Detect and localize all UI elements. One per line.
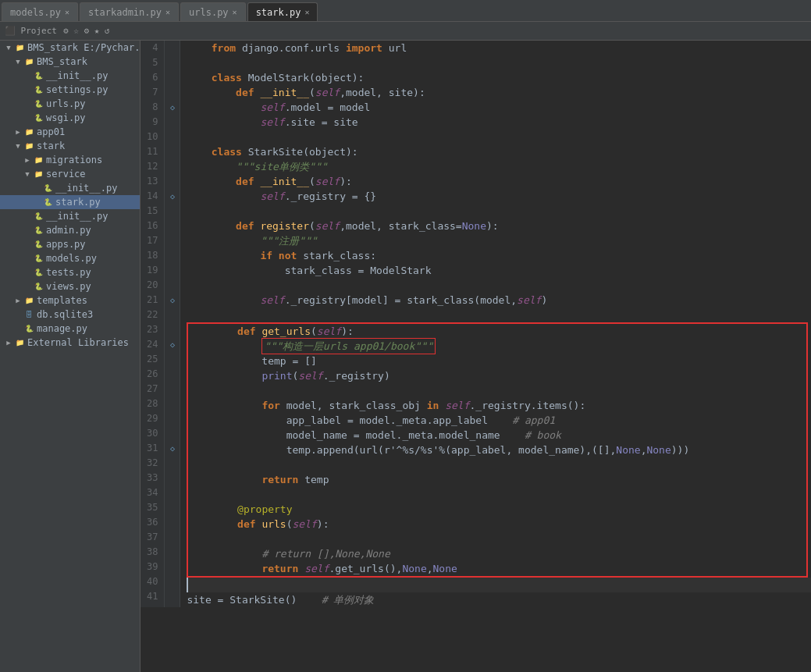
sidebar-item-init-service[interactable]: 🐍 __init__.py — [0, 181, 140, 195]
py-file-icon: 🐍 — [33, 281, 44, 292]
spacer — [22, 98, 33, 109]
code-line-26: print(self._registry) — [188, 368, 806, 383]
line-num-29: 29 — [147, 411, 158, 426]
sidebar-item-views[interactable]: 🐍 views.py — [0, 279, 140, 293]
sidebar-item-init-bms[interactable]: 🐍 __init__.py — [0, 69, 140, 83]
sidebar-label: stark — [37, 140, 65, 151]
gutter-28 — [165, 396, 180, 411]
spacer — [31, 197, 42, 208]
code-line-8: self.model = model — [187, 100, 811, 115]
gutter-6 — [165, 70, 180, 85]
sidebar-label: External Libraries — [27, 337, 129, 348]
sidebar-item-init-stark[interactable]: 🐍 __init__.py — [0, 209, 140, 223]
line-num-26: 26 — [147, 367, 158, 382]
code-line-30: model_name = model._meta.model_name # bo… — [188, 428, 806, 443]
py-file-icon: 🐍 — [42, 183, 53, 194]
sidebar-item-app01[interactable]: ▶ 📁 app01 — [0, 125, 140, 139]
line-num-28: 28 — [147, 396, 158, 411]
sidebar-item-wsgi[interactable]: 🐍 wsgi.py — [0, 111, 140, 125]
sidebar-label: urls.py — [46, 98, 86, 109]
py-file-icon: 🐍 — [33, 225, 44, 236]
tab-label: models.py — [10, 7, 61, 18]
tab-close-stark[interactable]: ✕ — [304, 8, 309, 16]
sidebar-item-external-libs[interactable]: ▶ 📁 External Libraries — [0, 336, 140, 350]
sidebar-label: views.py — [46, 281, 91, 292]
sidebar-item-stark-py[interactable]: 🐍 stark.py — [0, 195, 140, 209]
sidebar-label: BMS_stark E:/Pychar... — [27, 42, 141, 53]
code-line-38: # return [],None,None — [188, 546, 806, 561]
line-num-32: 32 — [147, 456, 158, 471]
line-num-12: 12 — [147, 159, 158, 174]
sidebar-item-models[interactable]: 🐍 models.py — [0, 251, 140, 265]
sidebar-item-apps[interactable]: 🐍 apps.py — [0, 237, 140, 251]
gutter-10 — [165, 130, 180, 144]
spacer — [22, 239, 33, 250]
sidebar-item-bms-stark[interactable]: ▼ 📁 BMS_stark — [0, 55, 140, 69]
tab-stark[interactable]: stark.py ✕ — [247, 2, 318, 21]
folder-icon: 📁 — [23, 126, 34, 137]
sidebar-item-templates[interactable]: ▶ 📁 templates — [0, 293, 140, 308]
code-line-17: """注册""" — [187, 233, 811, 248]
line-num-22: 22 — [147, 308, 158, 322]
expand-icon: ▶ — [22, 155, 33, 165]
sidebar-item-settings[interactable]: 🐍 settings.py — [0, 83, 140, 97]
tab-close-urls[interactable]: ✕ — [233, 8, 237, 16]
tab-models[interactable]: models.py ✕ — [2, 2, 78, 21]
sidebar-label: tests.py — [46, 267, 91, 278]
expand-icon: ▶ — [12, 295, 23, 306]
gutter-31: ◇ — [165, 441, 180, 456]
gutter-41 — [165, 589, 180, 604]
db-icon: 🗄 — [23, 309, 34, 320]
line-num-34: 34 — [147, 485, 158, 500]
sidebar-item-admin[interactable]: 🐍 admin.py — [0, 223, 140, 237]
code-editor[interactable]: 4 5 6 7 8 9 10 11 12 13 14 15 16 17 18 1… — [141, 41, 811, 672]
sidebar-item-urls[interactable]: 🐍 urls.py — [0, 97, 140, 111]
line-num-15: 15 — [147, 204, 158, 219]
py-file-icon: 🐍 — [33, 211, 44, 222]
sidebar-item-stark[interactable]: ▼ 📁 stark — [0, 139, 140, 153]
sidebar-label: __init__.py — [46, 70, 108, 81]
code-line-12: """site单例类""" — [187, 159, 811, 174]
gutter-39 — [165, 560, 180, 574]
toolbar-icons: ⚙ ☆ ⚙ ★ ↺ — [63, 26, 110, 36]
code-lines: from django.conf.urls import url class M… — [180, 41, 811, 607]
sidebar-item-service[interactable]: ▼ 📁 service — [0, 167, 140, 181]
line-numbers: 4 5 6 7 8 9 10 11 12 13 14 15 16 17 18 1… — [141, 41, 165, 607]
sidebar-label: manage.py — [37, 323, 87, 334]
code-line-25: temp = [] — [188, 354, 806, 368]
sidebar-item-migrations[interactable]: ▶ 📁 migrations — [0, 153, 140, 167]
line-num-37: 37 — [147, 530, 158, 545]
gutter-24: ◇ — [165, 337, 180, 352]
tab-close-models[interactable]: ✕ — [65, 8, 69, 16]
code-line-22 — [187, 308, 811, 322]
tab-close-starkadmin[interactable]: ✕ — [165, 8, 170, 16]
line-num-19: 19 — [147, 263, 158, 278]
gutter-12 — [165, 159, 180, 174]
line-num-10: 10 — [147, 130, 158, 144]
line-num-20: 20 — [147, 278, 158, 293]
gutter-29 — [165, 411, 180, 426]
sidebar-item-bms-root[interactable]: ▼ 📁 BMS_stark E:/Pychar... — [0, 41, 140, 55]
tab-urls[interactable]: urls.py ✕ — [180, 2, 246, 21]
code-line-4: from django.conf.urls import url — [187, 41, 811, 55]
line-num-14: 14 — [147, 189, 158, 204]
gutter-15 — [165, 204, 180, 219]
spacer — [12, 309, 23, 320]
docstring-box: """构造一层urls app01/book""" — [261, 338, 435, 354]
gutter-38 — [165, 545, 180, 560]
folder-icon: 📁 — [14, 42, 25, 53]
code-line-10 — [187, 130, 811, 144]
folder-icon: 📁 — [23, 140, 34, 151]
main-layout: ▼ 📁 BMS_stark E:/Pychar... ▼ 📁 BMS_stark… — [0, 41, 811, 672]
code-line-24: """构造一层urls app01/book""" — [188, 339, 806, 354]
folder-icon: 📁 — [33, 169, 44, 180]
sidebar-label: BMS_stark — [37, 56, 87, 67]
sidebar-item-manage[interactable]: 🐍 manage.py — [0, 322, 140, 336]
line-num-13: 13 — [147, 174, 158, 189]
code-line-29: app_label = model._meta.app_label # app0… — [188, 413, 806, 428]
line-num-6: 6 — [147, 70, 158, 85]
tab-starkadmin[interactable]: starkadmin.py ✕ — [80, 2, 179, 21]
sidebar-item-db[interactable]: 🗄 db.sqlite3 — [0, 308, 140, 322]
sidebar-item-tests[interactable]: 🐍 tests.py — [0, 265, 140, 279]
spacer — [31, 183, 42, 194]
